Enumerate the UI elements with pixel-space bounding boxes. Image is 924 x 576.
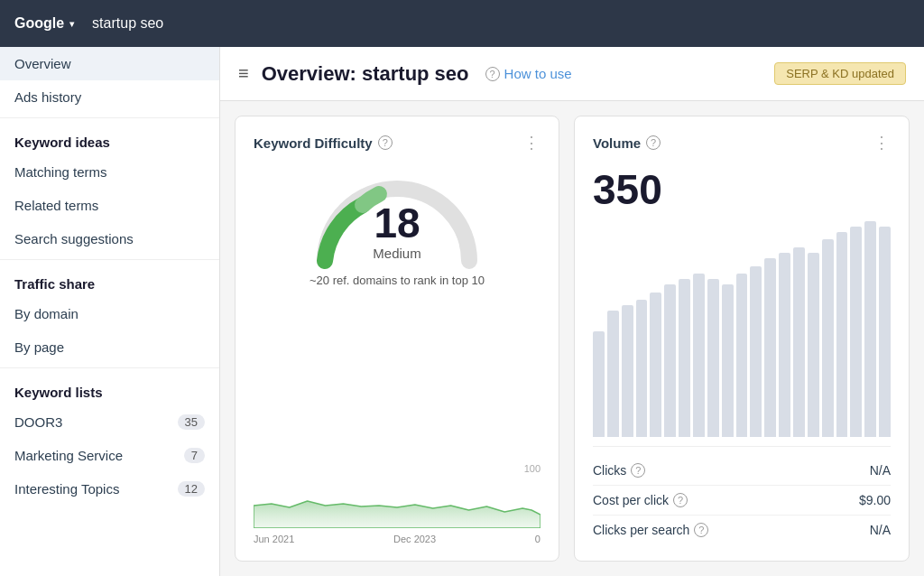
sidebar: Overview Ads history Keyword ideas Match… [0,47,220,576]
kd-trend-chart [254,465,541,528]
hamburger-icon[interactable]: ≡ [238,63,249,84]
traffic-share-header: Traffic share [0,264,219,297]
google-chevron-icon: ▾ [69,19,74,29]
metric-info-icon-2[interactable]: ? [694,523,708,537]
kd-dots-menu[interactable]: ⋮ [523,133,541,153]
keyword-ideas-header: Keyword ideas [0,122,219,155]
bar-col [779,253,790,437]
ads-history-label: Ads history [14,89,81,105]
metric-row: Clicks ? N/A [593,456,891,486]
by-page-label: By page [14,339,64,355]
page-title: Overview: startup seo [262,62,469,86]
bar-col [793,247,805,437]
volume-bar-chart [593,221,891,437]
bar-col [693,274,705,437]
sidebar-item-matching-terms[interactable]: Matching terms [0,155,219,189]
sidebar-item-by-page[interactable]: By page [0,330,219,364]
metric-info-icon-1[interactable]: ? [673,493,688,507]
bar-col [764,258,776,437]
bar-col [750,266,762,437]
sidebar-item-marketing-service[interactable]: Marketing Service 7 [0,439,219,472]
bar-col [636,300,648,437]
gauge-container: 18 Medium [254,171,541,270]
volume-dots-menu[interactable]: ⋮ [873,133,891,153]
kd-subtitle: ~20 ref. domains to rank in top 10 [254,274,541,287]
bar-col [707,279,719,437]
volume-info-icon[interactable]: ? [646,135,661,150]
metric-label-2: Clicks per search ? [593,523,708,537]
volume-card-header: Volume ? ⋮ [593,133,891,153]
main-layout: Overview Ads history Keyword ideas Match… [0,47,924,576]
bar-col [850,227,862,437]
metric-value-0: N/A [870,463,891,478]
metrics-list: Clicks ? N/A Cost per click ? $9.00 Clic… [593,446,891,544]
bar-col [808,253,819,437]
google-selector[interactable]: Google ▾ [14,15,74,32]
metric-label-1: Cost per click ? [593,493,688,507]
metric-value-1: $9.00 [859,493,891,507]
bar-col [879,227,891,437]
bar-col [722,284,734,437]
search-query: startup seo [92,15,163,32]
trend-end-val: 0 [535,534,541,544]
kd-rating: Medium [373,246,420,261]
gauge-svg: 18 Medium [307,171,487,270]
metric-label-0: Clicks ? [593,463,645,478]
gauge-center-text: 18 Medium [373,202,420,261]
kd-trend-area: 100 Jun 2021 Dec 2023 0 [254,465,541,544]
metric-row: Cost per click ? $9.00 [593,486,891,516]
door3-label: DOOR3 [14,414,62,430]
kd-info-icon[interactable]: ? [378,135,393,150]
content-header: ≡ Overview: startup seo ? How to use SER… [220,47,924,101]
divider-3 [0,367,219,368]
interesting-topics-badge: 12 [178,481,205,497]
sidebar-item-door3[interactable]: DOOR3 35 [0,405,219,439]
topbar: Google ▾ startup seo [0,0,924,47]
metric-value-2: N/A [870,523,891,537]
kd-label: Keyword Difficulty [254,135,373,151]
marketing-service-badge: 7 [184,448,205,463]
volume-value: 350 [593,165,891,214]
door3-badge: 35 [178,414,205,430]
marketing-service-label: Marketing Service [14,448,123,463]
bar-col [664,284,676,437]
matching-terms-label: Matching terms [14,164,107,180]
keyword-lists-header: Keyword lists [0,372,219,405]
bar-col [736,274,748,437]
bar-col [822,239,834,437]
volume-card: Volume ? ⋮ 350 Clicks ? N/A Cost per cli… [574,116,910,562]
how-to-use-button[interactable]: ? How to use [485,66,572,81]
content-area: ≡ Overview: startup seo ? How to use SER… [220,47,924,576]
search-suggestions-label: Search suggestions [14,231,134,246]
kd-card-header: Keyword Difficulty ? ⋮ [254,133,541,153]
svg-marker-0 [254,501,541,528]
metric-row: Clicks per search ? N/A [593,516,891,544]
trend-end-label: Dec 2023 [393,534,436,544]
sidebar-item-search-suggestions[interactable]: Search suggestions [0,222,219,255]
bar-col [864,221,876,437]
bar-col [650,293,661,437]
sidebar-item-related-terms[interactable]: Related terms [0,189,219,222]
divider-1 [0,117,219,118]
by-domain-label: By domain [14,306,79,321]
keyword-difficulty-card: Keyword Difficulty ? ⋮ [235,116,559,562]
how-to-use-label: How to use [504,66,572,81]
divider-2 [0,259,219,260]
how-to-use-icon: ? [485,67,500,81]
volume-header-left: Volume ? [593,135,661,151]
trend-start-label: Jun 2021 [254,534,294,544]
sidebar-item-by-domain[interactable]: By domain [0,297,219,330]
bar-col [679,279,690,437]
cards-area: Keyword Difficulty ? ⋮ [220,101,924,576]
bar-col [622,305,633,437]
sidebar-item-ads-history[interactable]: Ads history [0,80,219,114]
kd-scale-max: 100 [524,463,541,474]
sidebar-item-overview[interactable]: Overview [0,47,219,80]
metric-info-icon-0[interactable]: ? [631,463,645,478]
bar-col [607,311,619,437]
kd-header-left: Keyword Difficulty ? [254,135,393,151]
interesting-topics-label: Interesting Topics [14,481,119,497]
sidebar-item-interesting-topics[interactable]: Interesting Topics 12 [0,472,219,506]
overview-label: Overview [14,56,71,71]
serp-badge: SERP & KD updated [774,62,906,85]
